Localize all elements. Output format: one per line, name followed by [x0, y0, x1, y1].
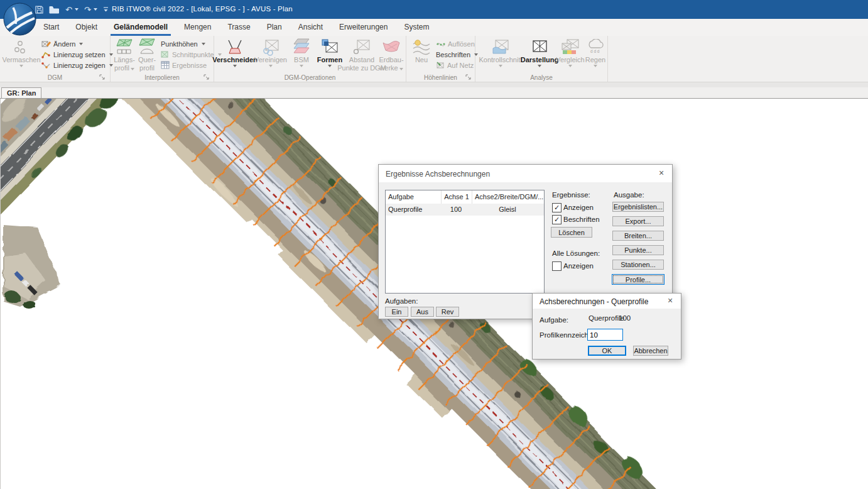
vereinigen-button[interactable]: Vereinigen — [254, 37, 287, 67]
alle-anzeigen-checkbox-label[interactable]: Anzeigen — [563, 262, 594, 270]
app-logo[interactable] — [3, 3, 36, 36]
dgm-dialog-launcher-icon[interactable] — [99, 74, 106, 80]
dialog1-title-bar[interactable]: Ergebnisse Achsberechnungen × — [379, 165, 672, 182]
tab-ansicht[interactable]: Ansicht — [290, 19, 331, 36]
beschriften-checkbox-label[interactable]: Beschriften — [563, 216, 600, 223]
quick-access-toolbar: ↶ ↷ — [35, 3, 109, 16]
abstand-punkte-zu-dgm-button[interactable]: Abstand Punkte zu DGM — [345, 37, 379, 72]
anzeigen-checkbox[interactable]: ✓ — [552, 203, 561, 212]
open-folder-icon[interactable] — [49, 6, 60, 14]
undo-dropdown-icon[interactable] — [75, 8, 79, 11]
linienzug-setzen-button[interactable]: Linienzug setzen — [41, 50, 113, 59]
tab-mengen[interactable]: Mengen — [176, 19, 219, 36]
dialog1-close-icon[interactable]: × — [651, 165, 672, 181]
hoehenlinien-neu-button[interactable]: Neu — [410, 37, 433, 64]
ribbon: Vermaschen Ändern Linienzug setzen Linie… — [0, 36, 868, 82]
ein-button[interactable]: Ein — [385, 307, 408, 317]
punkthoehen-button[interactable]: Punkthöhen — [161, 39, 205, 48]
tab-trasse[interactable]: Trasse — [219, 19, 258, 36]
tab-system[interactable]: System — [396, 19, 437, 36]
aendern-button[interactable]: Ändern — [41, 39, 83, 48]
dissolve-contour-icon — [436, 40, 445, 48]
intersection-mesh-icon — [161, 50, 170, 58]
vergleich-button[interactable]: Vergleich — [556, 37, 585, 67]
polyline-set-icon — [41, 50, 51, 59]
ribbon-group-hoehenlinien: Neu Auflösen Beschriften Auf Netz Höhenl… — [406, 36, 475, 82]
compare-meshes-icon — [561, 37, 580, 56]
alle-anzeigen-checkbox[interactable] — [552, 261, 561, 271]
layered-meshes-icon — [293, 37, 310, 56]
document-tab-gr-plan[interactable]: GR: Plan — [1, 87, 41, 98]
linienzug-zeigen-button[interactable]: Linienzug zeigen — [41, 60, 113, 70]
rain-cloud-icon: d d d — [587, 37, 604, 56]
column-header-achse1[interactable]: Achse 1 — [442, 190, 472, 204]
bsm-button[interactable]: BSM — [288, 37, 315, 67]
redo-icon[interactable]: ↷ — [84, 5, 91, 14]
distance-mesh-icon — [353, 37, 371, 56]
beschriften-button[interactable]: Beschriften — [436, 50, 478, 59]
ribbon-group-analyse: Kontrollschnitt Darstellung Vergleich d … — [475, 36, 608, 82]
earthworks-icon — [382, 37, 401, 56]
punkte-button[interactable]: Punkte... — [612, 245, 664, 255]
dialog2-close-icon[interactable]: × — [659, 294, 681, 308]
loeschen-button[interactable]: Löschen — [551, 227, 592, 238]
hoehenlinien-dialog-launcher-icon[interactable] — [465, 74, 472, 80]
tab-gelaendemodell[interactable]: Geländemodell — [106, 19, 176, 36]
column-header-aufgabe[interactable]: Aufgabe — [386, 190, 442, 204]
ergebnislisten-button[interactable]: Ergebnislisten... — [612, 202, 664, 212]
customize-qat-icon[interactable] — [103, 6, 109, 13]
result-row-querprofile[interactable]: Querprofile 100 Gleisl — [386, 204, 544, 216]
road-orthophoto-strip — [1, 99, 127, 240]
ribbon-tab-strip: Start Objekt Geländemodell Mengen Trasse… — [0, 19, 868, 36]
edit-mesh-icon — [41, 40, 51, 48]
breiten-button[interactable]: Breiten... — [612, 231, 664, 241]
redo-dropdown-icon[interactable] — [94, 8, 97, 11]
dialog2-title-bar[interactable]: Achsberechnungen - Querprofile × — [533, 294, 681, 309]
document-tab-strip: GR: Plan — [0, 87, 868, 99]
tab-erweiterungen[interactable]: Erweiterungen — [331, 19, 396, 36]
interpolieren-dialog-launcher-icon[interactable] — [203, 74, 210, 80]
app-window: { "titlebar": { "title": "RIB iTWO® civi… — [0, 0, 868, 489]
anzeigen-checkbox-label[interactable]: Anzeigen — [563, 204, 594, 211]
darstellung-button[interactable]: Darstellung — [524, 37, 555, 67]
abbrechen-button[interactable]: Abbrechen — [633, 346, 668, 356]
stationen-button[interactable]: Stationen... — [612, 260, 664, 270]
aufgabe-value-number: 100 — [619, 314, 631, 322]
parking-patch — [3, 224, 61, 308]
onto-mesh-icon — [436, 61, 445, 69]
rev-button[interactable]: Rev — [436, 307, 459, 317]
alle-loesungen-label: Alle Lösungen: — [552, 250, 600, 257]
tab-objekt[interactable]: Objekt — [67, 19, 106, 36]
verschneiden-button[interactable]: Verschneiden — [216, 37, 254, 67]
erdbauwerke-button[interactable]: Erdbau- werke — [378, 37, 404, 72]
auf-netz-button[interactable]: Auf Netz — [436, 60, 474, 70]
aufloesen-button[interactable]: Auflösen — [436, 39, 475, 48]
results-list-header[interactable]: Aufgabe Achse 1 Achse2/Breite/DGM/... — [386, 190, 544, 204]
cut-profile-icon — [225, 37, 244, 56]
svg-text:d d d: d d d — [590, 49, 600, 53]
export-button[interactable]: Export... — [612, 216, 664, 226]
profilkennzeichen-input[interactable] — [587, 329, 623, 341]
dialog2-title: Achsberechnungen - Querprofile — [540, 297, 648, 306]
shapes-mesh-icon — [321, 37, 339, 56]
tab-plan[interactable]: Plan — [259, 19, 290, 36]
laengsprofil-button[interactable]: Längs- profil — [113, 37, 136, 72]
display-mesh-icon — [531, 37, 548, 56]
vermaschen-button[interactable]: Vermaschen — [4, 37, 39, 67]
undo-icon[interactable]: ↶ — [65, 5, 72, 14]
ergebnisse-button[interactable]: Ergebnisse — [161, 60, 207, 70]
ok-button[interactable]: OK — [588, 346, 626, 356]
polyline-show-icon — [41, 61, 51, 70]
aus-button[interactable]: Aus — [411, 307, 434, 317]
ribbon-group-interpolieren: Längs- profil Quer- profil Punkthöhen Sc… — [111, 36, 214, 82]
beschriften-checkbox[interactable]: ✓ — [552, 215, 561, 224]
profile-button[interactable]: Profile... — [612, 274, 665, 285]
results-list[interactable]: Aufgabe Achse 1 Achse2/Breite/DGM/... Qu… — [385, 190, 545, 294]
formen-button[interactable]: Formen — [315, 37, 344, 67]
kontrollschnitt-button[interactable]: Kontrollschnitt — [479, 37, 523, 67]
column-header-achse2[interactable]: Achse2/Breite/DGM/... — [472, 190, 544, 204]
regen-button[interactable]: d d d Regen — [585, 37, 605, 67]
control-section-icon — [492, 37, 509, 56]
tab-start[interactable]: Start — [35, 19, 67, 36]
querprofil-button[interactable]: Quer- profil — [136, 37, 158, 72]
